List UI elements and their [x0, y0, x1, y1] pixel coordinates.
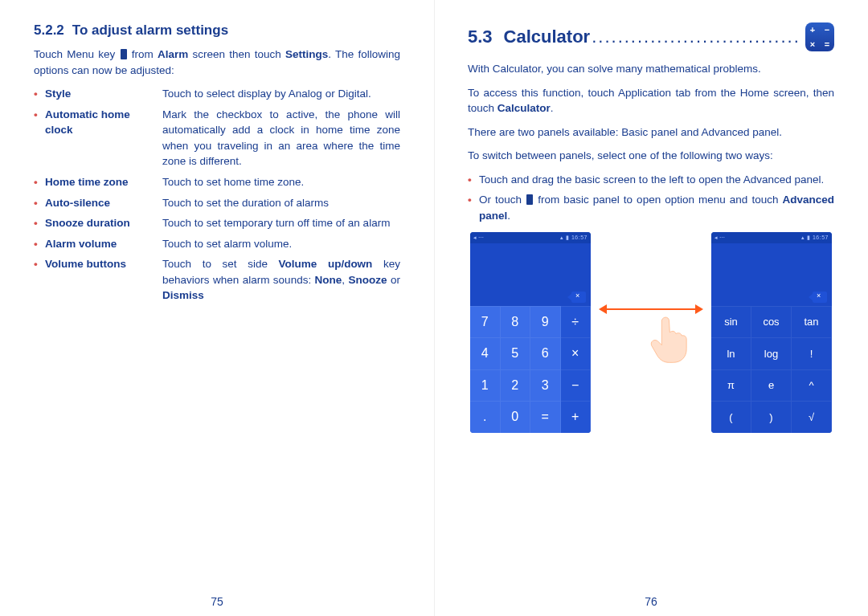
option-auto-home-clock: • Automatic home clock Mark the checkbox… [34, 107, 400, 169]
leader-dots: ........................................… [590, 27, 800, 47]
right-page: 5.3 Calculator .........................… [434, 0, 868, 616]
menu-key-icon [526, 194, 533, 205]
option-volume-buttons: • Volume buttons Touch to set side Volum… [34, 256, 400, 304]
bullet-icon: • [34, 215, 45, 231]
options-list: • Style Touch to select display by Analo… [34, 86, 400, 304]
calc-key-8[interactable]: 8 [501, 306, 531, 338]
option-style: • Style Touch to select display by Analo… [34, 86, 400, 102]
heading-53: 5.3 Calculator .........................… [468, 22, 834, 51]
text: , [342, 274, 348, 286]
text: from [128, 48, 158, 60]
calc-key-3[interactable]: 3 [530, 369, 561, 402]
text: . [507, 210, 510, 222]
bullet-icon: • [34, 107, 45, 169]
phone-mockups: ◂ ⋯ ▴ ▮ 16:57 789÷456×123−.0=+ [468, 232, 834, 433]
bullet-text: Touch and drag the basic screen to the l… [479, 172, 834, 188]
menu-key-icon [121, 49, 127, 59]
swipe-gesture [599, 301, 703, 364]
bullet-icon: • [34, 195, 45, 211]
phone-advanced-panel: ◂ ⋯ ▴ ▮ 16:57 sincostanlnlog!πe^()√ [711, 232, 832, 433]
calc-key-7[interactable]: 7 [470, 306, 501, 338]
calc-key-9[interactable]: 9 [530, 306, 561, 338]
calc-key-2[interactable]: 2 [501, 369, 531, 402]
text: Or touch [479, 194, 526, 206]
status-bar: ◂ ⋯ ▴ ▮ 16:57 [711, 232, 832, 243]
calc-key-cos[interactable]: cos [751, 306, 792, 338]
option-label: Volume buttons [45, 256, 162, 304]
heading-num: 5.3 [468, 27, 493, 47]
option-alarm-volume: • Alarm volume Touch to set alarm volume… [34, 236, 400, 252]
option-desc: Touch to set home time zone. [162, 174, 400, 190]
calc-key-ln[interactable]: ln [711, 337, 751, 369]
times-icon: × [810, 40, 815, 49]
option-desc: Touch to set the duration of alarms [162, 195, 400, 211]
calc-key-−[interactable]: − [561, 369, 592, 402]
calc-key-log[interactable]: log [751, 337, 792, 369]
page-number-right: 76 [434, 595, 868, 608]
calc-key-π[interactable]: π [711, 369, 751, 402]
option-desc: Touch to set temporary turn off time of … [162, 215, 400, 231]
basic-keypad: 789÷456×123−.0=+ [470, 306, 591, 433]
text-bold: Calculator [497, 102, 551, 114]
heading-522: 5.2.2To adjust alarm settings [34, 22, 400, 39]
option-label: Auto-silence [45, 195, 162, 211]
option-snooze-duration: • Snooze duration Touch to set temporary… [34, 215, 400, 231]
minus-icon: − [825, 26, 829, 35]
heading-num: 5.2.2 [34, 22, 64, 38]
text: screen then touch [188, 48, 285, 60]
bullet-text: Or touch from basic panel to open option… [479, 192, 834, 223]
calc-key-6[interactable]: 6 [530, 337, 561, 369]
calc-key-4[interactable]: 4 [470, 337, 501, 369]
arrow-line [605, 308, 697, 310]
calc-key-√[interactable]: √ [792, 401, 832, 433]
backspace-icon[interactable] [571, 292, 586, 303]
intro-p3: There are two panels available: Basic pa… [468, 124, 834, 141]
hand-pointer-icon [647, 316, 687, 364]
text-bold: Alarm [158, 48, 188, 60]
calc-display [711, 243, 832, 306]
option-label: Home time zone [45, 174, 162, 190]
calc-key-0[interactable]: 0 [501, 401, 531, 433]
calc-key-![interactable]: ! [792, 337, 832, 369]
swipe-arrows-icon [599, 301, 703, 317]
calc-key-e[interactable]: e [751, 369, 792, 402]
bullet-icon: • [468, 192, 479, 223]
calc-key-+[interactable]: + [561, 401, 592, 433]
intro-p1: With Calculator, you can solve many math… [468, 61, 834, 77]
calc-key-^[interactable]: ^ [792, 369, 832, 402]
calc-key-)[interactable]: ) [751, 401, 792, 433]
text: Touch Menu key [34, 48, 120, 60]
calc-key-sin[interactable]: sin [711, 306, 751, 338]
calc-key-([interactable]: ( [711, 401, 751, 433]
option-desc: Touch to set side Volume up/down key beh… [162, 256, 400, 304]
bullet-menu: • Or touch from basic panel to open opti… [468, 192, 834, 223]
calc-key-×[interactable]: × [561, 337, 592, 369]
option-label: Alarm volume [45, 236, 162, 252]
status-time: 16:57 [813, 235, 829, 240]
calc-key-tan[interactable]: tan [792, 306, 832, 338]
bullet-icon: • [468, 172, 479, 188]
status-time: 16:57 [571, 235, 588, 240]
equals-icon: = [825, 40, 829, 49]
calc-key-÷[interactable]: ÷ [561, 306, 592, 338]
calc-key-.[interactable]: . [470, 401, 501, 433]
status-right: ▴ ▮ 16:57 [801, 235, 829, 241]
advanced-keypad: sincostanlnlog!πe^()√ [711, 306, 832, 433]
backspace-icon[interactable] [813, 292, 827, 303]
phone-basic-panel: ◂ ⋯ ▴ ▮ 16:57 789÷456×123−.0=+ [470, 232, 591, 433]
option-home-time-zone: • Home time zone Touch to set home time … [34, 174, 400, 190]
calc-key-5[interactable]: 5 [501, 337, 531, 369]
calc-key-=[interactable]: = [530, 401, 561, 433]
option-auto-silence: • Auto-silence Touch to set the duration… [34, 195, 400, 211]
text: . [551, 102, 554, 114]
text-bold: Snooze [349, 274, 387, 286]
calc-key-1[interactable]: 1 [470, 369, 501, 402]
text-bold: None [315, 274, 342, 286]
heading-title: To adjust alarm settings [72, 22, 228, 38]
status-left-icons: ◂ ⋯ [473, 235, 484, 241]
bullet-icon: • [34, 256, 45, 304]
calculator-app-icon: + − × = [805, 22, 834, 51]
page-number-left: 75 [0, 595, 434, 608]
text-bold: Dismiss [162, 289, 204, 301]
text: or [387, 274, 400, 286]
